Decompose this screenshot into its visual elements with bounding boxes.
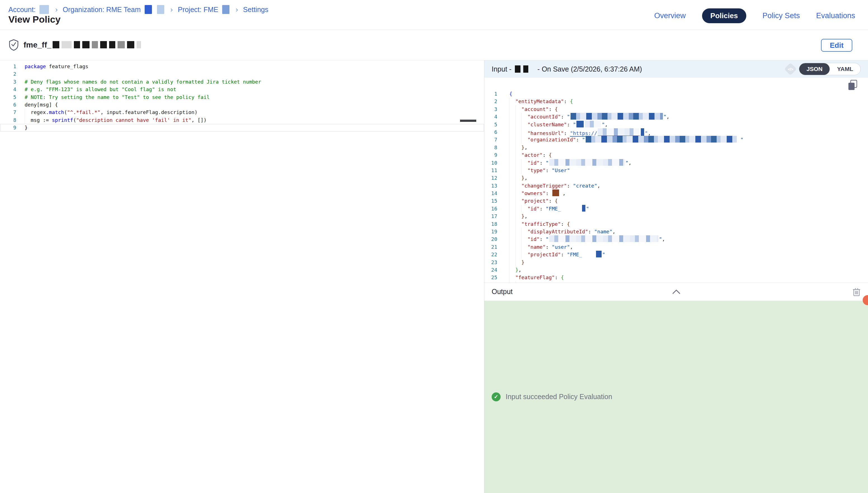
code-token: } — [25, 125, 28, 130]
code-line: 13"changeTrigger": "create", — [484, 182, 868, 190]
line-number: 15 — [484, 197, 497, 205]
code-token: " — [573, 122, 576, 127]
line-number: 22 — [484, 251, 497, 258]
scrollbar-cursor-mark — [460, 120, 476, 122]
code-token: "id" — [527, 236, 540, 242]
tab-policies[interactable]: Policies — [702, 8, 746, 23]
code-token: : — [549, 198, 555, 204]
policy-code-editor[interactable]: 1package feature_flags23# Deny flags who… — [0, 60, 484, 493]
code-token: { — [555, 106, 558, 112]
breadcrumb-link[interactable]: Settings — [243, 6, 268, 14]
code-token: "displayAttributeId" — [527, 229, 588, 235]
breadcrumb-separator: › — [170, 5, 173, 14]
code-token: " — [602, 122, 605, 127]
code-token: : — [540, 160, 546, 166]
redacted-value — [549, 159, 625, 166]
code-format-icon: </> — [784, 63, 797, 75]
code-token: { — [509, 91, 512, 97]
redacted-value — [549, 235, 659, 242]
line-number: 21 — [484, 243, 497, 251]
code-token: { — [567, 221, 570, 227]
code-token: " — [625, 160, 628, 166]
redacted-value — [598, 128, 640, 136]
redacted-value — [552, 190, 559, 196]
code-token: "featureFlag" — [516, 275, 555, 280]
policy-name-redacted-block — [118, 41, 125, 48]
code-line: 20"id": "", — [484, 235, 868, 243]
code-line: 1{ — [484, 90, 868, 98]
code-line: 14"owners": , — [484, 190, 868, 197]
breadcrumb-link[interactable]: Project: FME — [178, 6, 218, 14]
toggle-json[interactable]: JSON — [799, 63, 830, 75]
code-token: "name" — [594, 229, 612, 235]
code-token: : — [561, 221, 567, 227]
code-token: "id" — [527, 160, 540, 166]
breadcrumb-link[interactable]: Account: — [8, 6, 36, 14]
code-line: 24}, — [484, 266, 868, 274]
edit-button[interactable]: Edit — [821, 39, 852, 52]
code-line: 5# NOTE: Try setting the name to "Test" … — [0, 93, 484, 101]
code-token: } — [521, 259, 524, 265]
code-line: 15"project": { — [484, 197, 868, 205]
policy-name-redacted-block — [137, 41, 141, 48]
code-line: 2 — [0, 70, 484, 78]
redacted-value — [577, 121, 584, 127]
toggle-yaml[interactable]: YAML — [830, 63, 861, 75]
policy-name-redacted-block — [74, 41, 80, 48]
code-token: msg := — [31, 117, 52, 123]
breadcrumb-link[interactable]: Organization: RME Team — [63, 6, 141, 14]
code-token: "organizationId" — [527, 137, 576, 143]
code-line: 22"projectId": "FME_" — [484, 251, 868, 258]
line-number: 7 — [0, 108, 16, 116]
code-token: "actor" — [521, 152, 543, 158]
code-token: : — [561, 114, 567, 120]
input-output-panel: Input - - On Save (2/5/2026, 6:37:26 AM)… — [484, 60, 868, 493]
code-token: : — [555, 275, 561, 280]
line-number: 13 — [484, 182, 497, 190]
line-number: 25 — [484, 274, 497, 281]
top-navigation: Overview Policies Policy Sets Evaluation… — [654, 8, 855, 23]
page-header: Account:›Organization: RME Team›Project:… — [0, 0, 868, 30]
main-content: 1package feature_flags23# Deny flags who… — [0, 60, 868, 493]
format-toggle: JSON YAML — [799, 63, 861, 75]
tab-policy-sets[interactable]: Policy Sets — [763, 12, 800, 20]
code-token: " — [586, 206, 589, 212]
code-line: 5"clusterName": "", — [484, 121, 868, 128]
code-token: " — [567, 114, 570, 120]
code-token: "project" — [521, 198, 549, 204]
code-token: " — [659, 236, 662, 242]
line-number: 12 — [484, 174, 497, 182]
code-token: : — [546, 244, 552, 250]
line-number: 9 — [0, 124, 16, 131]
code-token: , []) — [191, 117, 206, 123]
policy-name-redacted-block — [82, 41, 89, 48]
code-line: 11"type": "User" — [484, 167, 868, 174]
collapse-chevron-icon[interactable] — [672, 289, 681, 294]
line-number: 10 — [484, 159, 497, 167]
line-number: 24 — [484, 266, 497, 274]
code-token: " — [546, 160, 549, 166]
tab-overview[interactable]: Overview — [654, 12, 686, 20]
code-token: "changeTrigger" — [521, 183, 567, 189]
input-json-viewer[interactable]: 1{2"entityMetadata": {3"account": {4"acc… — [484, 78, 868, 282]
code-token: , input.featureFlag.description) — [100, 109, 198, 115]
input-panel-header: Input - - On Save (2/5/2026, 6:37:26 AM)… — [484, 60, 868, 78]
line-number: 6 — [484, 128, 497, 136]
code-token: match — [49, 109, 64, 115]
copy-icon[interactable] — [847, 79, 859, 92]
output-label: Output — [492, 287, 512, 296]
tab-evaluations[interactable]: Evaluations — [816, 12, 855, 20]
code-line: 16"id": "FME_" — [484, 205, 868, 212]
code-token: , — [648, 130, 651, 136]
code-token: : — [567, 122, 573, 127]
code-token: "accountId" — [527, 114, 561, 120]
code-token: } — [521, 213, 524, 219]
code-token: "type" — [527, 167, 546, 173]
code-line: 23} — [484, 258, 868, 266]
trash-icon[interactable] — [852, 287, 861, 297]
line-number: 11 — [484, 167, 497, 174]
code-line: 3# Deny flags whose names do not contain… — [0, 78, 484, 86]
code-token: ( — [64, 109, 67, 115]
input-json-code: 1{2"entityMetadata": {3"account": {4"acc… — [484, 90, 868, 282]
code-token: : — [540, 206, 546, 212]
